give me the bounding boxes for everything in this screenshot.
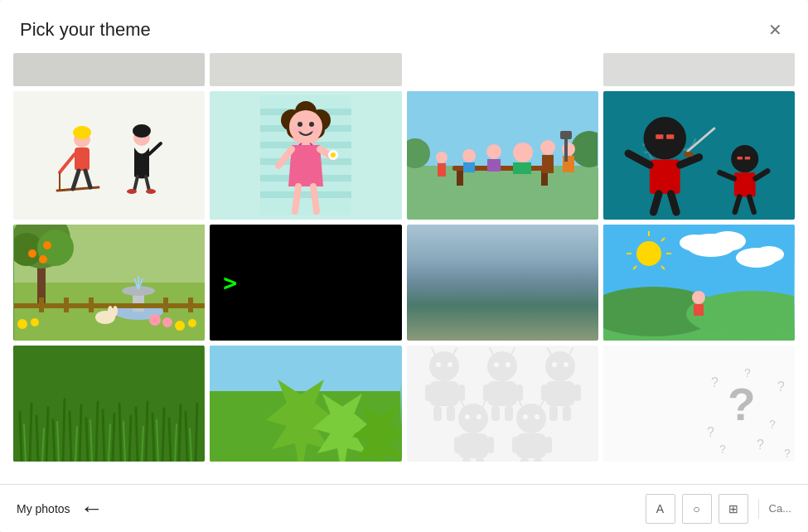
svg-line-73 — [653, 194, 658, 212]
theme-card-terminal[interactable]: > — [210, 225, 401, 341]
svg-point-207 — [477, 414, 481, 419]
svg-rect-68 — [650, 160, 680, 194]
theme-card-people[interactable] — [407, 91, 598, 220]
ski-figure-1 — [53, 114, 111, 197]
svg-line-144 — [103, 410, 104, 462]
svg-rect-213 — [545, 437, 552, 453]
svg-text:?: ? — [757, 438, 764, 452]
svg-text:?: ? — [744, 366, 751, 380]
android-scene — [407, 346, 598, 462]
svg-line-142 — [86, 418, 88, 462]
svg-text:?: ? — [707, 425, 714, 439]
svg-point-114 — [108, 306, 113, 316]
theme-card-lake[interactable] — [407, 225, 598, 341]
svg-rect-79 — [734, 172, 756, 196]
svg-line-10 — [134, 177, 138, 191]
svg-rect-51 — [463, 162, 475, 172]
lake-image — [407, 225, 598, 341]
svg-point-187 — [506, 362, 510, 367]
svg-line-155 — [196, 404, 197, 462]
text-view-button[interactable]: A — [646, 494, 675, 524]
svg-rect-171 — [429, 381, 459, 406]
dialog-title: Pick your theme — [20, 19, 151, 41]
svg-rect-78 — [744, 157, 749, 160]
theme-card-leaves[interactable] — [210, 346, 401, 462]
svg-rect-220 — [603, 346, 794, 462]
svg-rect-211 — [516, 433, 546, 458]
svg-rect-77 — [737, 157, 742, 160]
svg-rect-174 — [433, 406, 442, 421]
svg-rect-66 — [656, 134, 663, 139]
svg-rect-203 — [487, 437, 494, 453]
svg-rect-104 — [188, 297, 193, 312]
footer-right: A ○ ⊞ Ca... — [646, 494, 791, 524]
svg-point-190 — [545, 351, 575, 381]
svg-point-131 — [692, 291, 705, 304]
svg-text:?: ? — [784, 447, 791, 460]
my-photos-area: My photos ← — [17, 496, 104, 522]
svg-line-135 — [30, 404, 31, 462]
theme-card-cartoon-sky[interactable] — [603, 225, 795, 341]
svg-point-128 — [754, 246, 784, 263]
theme-card-question[interactable]: ? ? ? ? ? ? ? ? ? — [603, 346, 795, 462]
svg-rect-103 — [163, 297, 168, 312]
svg-text:?: ? — [777, 380, 785, 394]
svg-point-12 — [127, 189, 137, 194]
svg-point-126 — [680, 235, 709, 251]
grid-view-button[interactable]: ⊞ — [718, 494, 748, 524]
svg-point-206 — [465, 414, 470, 419]
svg-point-13 — [146, 189, 156, 194]
my-photos-label[interactable]: My photos — [17, 502, 70, 515]
svg-point-113 — [113, 306, 118, 316]
dialog-header: Pick your theme ✕ — [0, 0, 808, 53]
svg-point-117 — [636, 241, 661, 266]
theme-card-ninja[interactable]: もし — [603, 91, 795, 220]
svg-point-108 — [188, 319, 196, 327]
svg-line-140 — [70, 412, 71, 462]
theme-card-android[interactable] — [407, 346, 598, 462]
svg-rect-61 — [560, 131, 572, 139]
back-arrow-icon: ← — [80, 496, 104, 522]
theme-card-garden[interactable] — [13, 225, 205, 341]
dialog-footer: My photos ← A ○ ⊞ Ca... — [0, 484, 808, 532]
svg-point-58 — [562, 143, 575, 156]
speech-bubble-button[interactable]: ○ — [682, 494, 712, 524]
svg-line-14 — [149, 143, 161, 154]
svg-text:?: ? — [728, 379, 756, 430]
svg-point-2 — [73, 126, 91, 139]
svg-rect-195 — [563, 406, 571, 421]
svg-point-196 — [552, 362, 557, 367]
svg-rect-49 — [438, 163, 446, 177]
partial-top-row — [13, 53, 795, 86]
svg-line-154 — [186, 412, 187, 462]
close-button[interactable]: ✕ — [762, 17, 788, 43]
svg-point-110 — [162, 317, 172, 327]
ski-figure-2 — [119, 114, 165, 197]
theme-card-ski[interactable] — [13, 91, 205, 220]
svg-point-52 — [486, 144, 501, 159]
svg-rect-100 — [39, 297, 44, 312]
svg-rect-102 — [89, 297, 94, 312]
svg-line-4 — [73, 171, 79, 189]
svg-rect-53 — [487, 159, 501, 172]
svg-rect-185 — [505, 406, 513, 421]
svg-rect-167 — [210, 346, 400, 391]
svg-line-150 — [152, 414, 154, 462]
svg-rect-193 — [574, 384, 581, 401]
svg-rect-181 — [487, 381, 517, 406]
caption-text: Ca... — [769, 502, 791, 515]
themes-scroll-area[interactable]: もし — [0, 53, 808, 484]
svg-line-139 — [63, 399, 65, 462]
svg-text:?: ? — [719, 443, 726, 456]
svg-point-176 — [436, 362, 441, 367]
svg-line-136 — [36, 416, 38, 462]
svg-point-90 — [28, 249, 36, 258]
svg-point-38 — [331, 152, 336, 157]
svg-point-217 — [535, 414, 539, 419]
svg-point-30 — [309, 122, 314, 127]
theme-card-girl[interactable] — [210, 91, 401, 220]
svg-point-105 — [17, 319, 27, 329]
svg-line-138 — [53, 420, 55, 462]
theme-card-grass[interactable] — [13, 346, 205, 462]
svg-rect-57 — [542, 155, 554, 173]
